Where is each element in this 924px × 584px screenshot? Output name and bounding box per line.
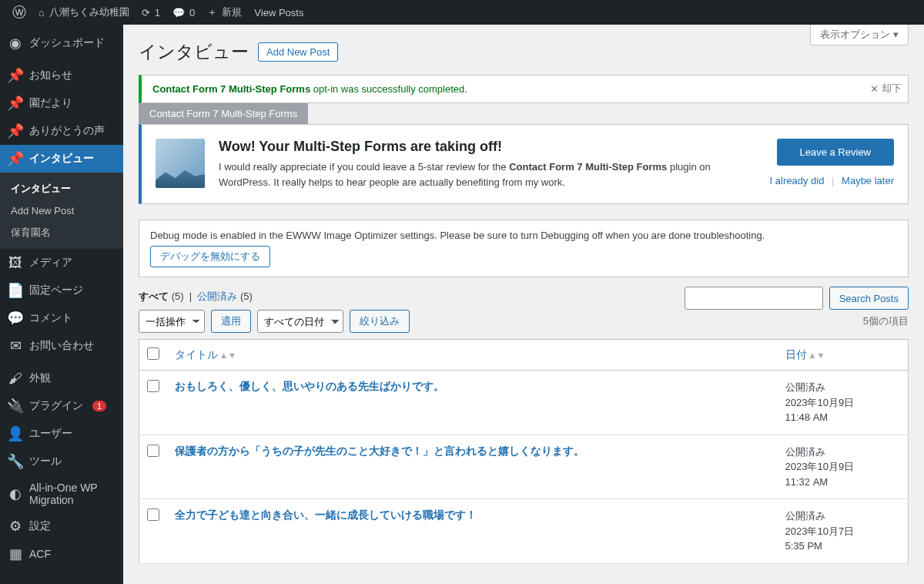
maybe-later-link[interactable]: Maybe later	[842, 175, 894, 186]
updates-link[interactable]: ⟳1	[136, 0, 166, 25]
menu-comments[interactable]: 💬コメント	[0, 304, 123, 332]
menu-plugins[interactable]: 🔌プラグイン1	[0, 392, 123, 420]
select-all-checkbox[interactable]	[147, 347, 159, 360]
leave-review-button[interactable]: Leave a Review	[777, 139, 895, 166]
new-content-link[interactable]: ＋新規	[201, 0, 248, 25]
review-heading: Wow! Your Multi-Step Forms are taking of…	[219, 139, 756, 155]
search-button[interactable]: Search Posts	[829, 287, 909, 310]
disable-debug-button[interactable]: デバッグを無効にする	[150, 246, 270, 267]
comments-link[interactable]: 💬0	[166, 0, 201, 25]
bulk-action-select[interactable]: 一括操作	[139, 310, 205, 333]
filter-published[interactable]: 公開済み	[197, 290, 237, 302]
home-icon: ⌂	[38, 7, 45, 18]
filter-button[interactable]: 絞り込み	[350, 310, 410, 333]
table-row: 全力で子ども達と向き合い、一緒に成長していける職場です！ 公開済み2023年10…	[139, 499, 909, 564]
menu-settings[interactable]: ⚙設定	[0, 512, 123, 540]
wrench-icon: 🔧	[8, 454, 23, 469]
user-icon: 👤	[8, 426, 23, 441]
pin-icon: 📌	[8, 96, 23, 111]
comment-icon: 💬	[8, 310, 23, 326]
menu-thanks[interactable]: 📌ありがとうの声	[0, 117, 123, 145]
plus-icon: ＋	[207, 5, 217, 19]
submenu-nursery-name[interactable]: 保育園名	[0, 221, 123, 244]
sort-icon: ▲▼	[808, 351, 825, 360]
submenu-add-new[interactable]: Add New Post	[0, 200, 123, 221]
view-posts-link[interactable]: View Posts	[248, 0, 310, 25]
submenu-interview: インタビュー Add New Post 保育園名	[0, 173, 123, 249]
review-request-box: Wow! Your Multi-Step Forms are taking of…	[139, 124, 909, 204]
post-date: 公開済み2023年10月9日11:48 AM	[778, 371, 909, 435]
menu-acf[interactable]: ▦ACF	[0, 540, 123, 568]
add-new-button[interactable]: Add New Post	[258, 42, 338, 62]
post-date: 公開済み2023年10月7日5:35 PM	[778, 499, 909, 564]
comment-icon: 💬	[172, 7, 185, 18]
submenu-interview-list[interactable]: インタビュー	[0, 177, 123, 200]
review-text: I would really appreciate if you could l…	[219, 159, 756, 190]
post-date: 公開済み2023年10月9日11:32 AM	[778, 435, 909, 499]
menu-media[interactable]: 🖾メディア	[0, 249, 123, 277]
site-name-link[interactable]: ⌂八潮ちくみ幼稚園	[32, 0, 136, 25]
date-filter-select[interactable]: すべての日付	[257, 310, 343, 333]
row-checkbox[interactable]	[147, 380, 159, 392]
table-row: 保護者の方から「うちの子が先生のこと大好きで！」と言われると嬉しくなります。 公…	[139, 435, 909, 499]
search-input[interactable]	[685, 287, 823, 310]
brush-icon: 🖌	[8, 371, 23, 386]
menu-users[interactable]: 👤ユーザー	[0, 420, 123, 448]
review-thumbnail	[156, 139, 205, 188]
main-content: 表示オプション ▾ インタビュー Add New Post Contact Fo…	[123, 25, 924, 584]
wp-logo[interactable]: ⓦ	[6, 0, 32, 25]
apply-button[interactable]: 適用	[211, 310, 251, 333]
media-icon: 🖾	[8, 255, 23, 270]
acf-icon: ▦	[8, 546, 23, 562]
menu-contact[interactable]: ✉お問い合わせ	[0, 332, 123, 360]
close-icon: ✕	[870, 83, 879, 95]
items-count: 5個の項目	[863, 314, 909, 328]
dismiss-notice-button[interactable]: ✕却下	[870, 82, 902, 96]
settings-icon: ⚙	[8, 519, 23, 534]
menu-dashboard[interactable]: ◉ダッシュボード	[0, 29, 123, 57]
screen-options-button[interactable]: 表示オプション ▾	[810, 25, 909, 45]
already-did-link[interactable]: I already did	[770, 175, 825, 186]
post-title-link[interactable]: 全力で子ども達と向き合い、一緒に成長していける職場です！	[175, 508, 477, 521]
plug-icon: 🔌	[8, 398, 23, 414]
debug-notice: Debug mode is enabled in the EWWW Image …	[139, 220, 909, 277]
column-date[interactable]: 日付▲▼	[778, 340, 909, 371]
dashboard-icon: ◉	[8, 35, 23, 51]
pin-icon: 📌	[8, 151, 23, 166]
plugin-tag-label: Contact Form 7 Multi-Step Forms	[139, 103, 308, 124]
mail-icon: ✉	[8, 338, 23, 354]
admin-bar: ⓦ ⌂八潮ちくみ幼稚園 ⟳1 💬0 ＋新規 View Posts	[0, 0, 924, 25]
filter-all[interactable]: すべて	[139, 290, 169, 302]
menu-interview[interactable]: 📌インタビュー	[0, 145, 123, 173]
pin-icon: 📌	[8, 68, 23, 83]
plugin-update-badge: 1	[92, 401, 106, 411]
menu-aio-migration[interactable]: ◐All-in-One WP Migration	[0, 475, 123, 512]
table-row: おもしろく、優しく、思いやりのある先生ばかりです。 公開済み2023年10月9日…	[139, 371, 909, 435]
column-title[interactable]: タイトル▲▼	[167, 340, 778, 371]
post-title-link[interactable]: おもしろく、優しく、思いやりのある先生ばかりです。	[175, 380, 444, 392]
success-notice: Contact Form 7 Multi-Step Forms opt-in w…	[139, 75, 909, 103]
posts-table: タイトル▲▼ 日付▲▼ おもしろく、優しく、思いやりのある先生ばかりです。 公開…	[139, 339, 909, 564]
menu-newsletter[interactable]: 📌園だより	[0, 89, 123, 117]
chevron-down-icon: ▾	[893, 29, 899, 40]
sort-icon: ▲▼	[219, 351, 236, 360]
migration-icon: ◐	[8, 486, 23, 502]
admin-sidebar: ◉ダッシュボード 📌お知らせ 📌園だより 📌ありがとうの声 📌インタビュー イン…	[0, 25, 123, 584]
menu-tools[interactable]: 🔧ツール	[0, 448, 123, 475]
pin-icon: 📌	[8, 123, 23, 139]
row-checkbox[interactable]	[147, 445, 159, 457]
menu-pages[interactable]: 📄固定ページ	[0, 277, 123, 304]
post-title-link[interactable]: 保護者の方から「うちの子が先生のこと大好きで！」と言われると嬉しくなります。	[175, 445, 584, 457]
menu-news[interactable]: 📌お知らせ	[0, 62, 123, 89]
debug-text: Debug mode is enabled in the EWWW Image …	[150, 230, 897, 241]
page-icon: 📄	[8, 283, 23, 298]
menu-appearance[interactable]: 🖌外観	[0, 364, 123, 392]
refresh-icon: ⟳	[142, 7, 150, 18]
row-checkbox[interactable]	[147, 508, 159, 521]
page-title: インタビュー	[139, 40, 249, 64]
